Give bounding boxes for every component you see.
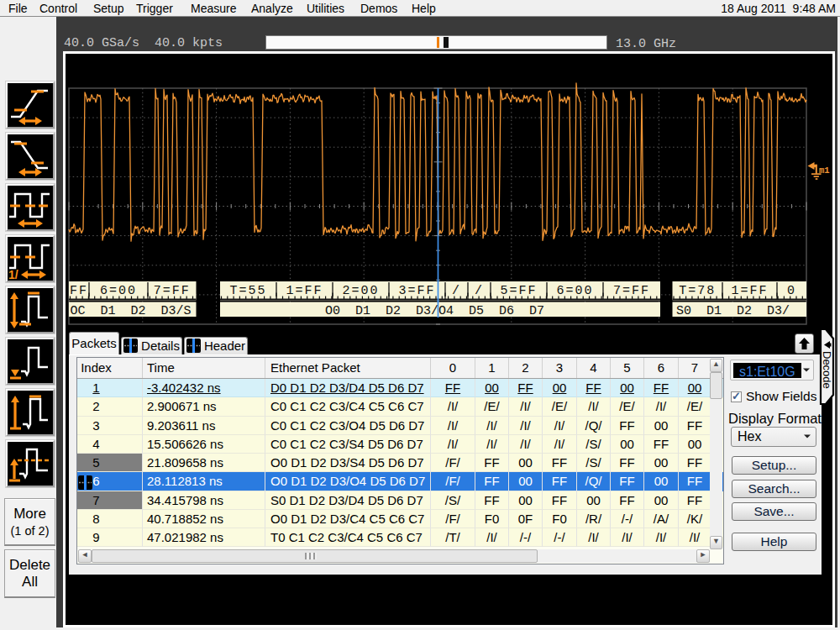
svg-text:1=FF: 1=FF	[731, 284, 768, 298]
svg-text:7=FF: 7=FF	[154, 284, 191, 298]
svg-text:OC D1 D2 D3/S: OC D1 D2 D3/S	[71, 304, 192, 318]
svg-text:7=FF: 7=FF	[613, 284, 650, 298]
svg-text:/: /	[452, 284, 461, 298]
svg-text:0: 0	[787, 284, 796, 298]
svg-text:/: /	[475, 284, 484, 298]
svg-text:3=FF: 3=FF	[398, 284, 435, 298]
svg-text:5=FF: 5=FF	[500, 284, 537, 298]
svg-text:m1: m1	[819, 165, 830, 176]
svg-text:S0 D1 D2 D3/: S0 D1 D2 D3/	[676, 304, 790, 318]
svg-text:1=FF: 1=FF	[286, 284, 323, 298]
svg-text:T=78: T=78	[679, 284, 716, 298]
svg-text:2=00: 2=00	[342, 284, 379, 298]
svg-text:6=00: 6=00	[100, 284, 137, 298]
svg-text:O0 D1 D2 D3/O4 D5 D6 D7: O0 D1 D2 D3/O4 D5 D6 D7	[325, 304, 544, 318]
svg-text:6=00: 6=00	[556, 284, 593, 298]
svg-text:T=55: T=55	[229, 284, 266, 298]
svg-text:FF: FF	[70, 284, 88, 298]
